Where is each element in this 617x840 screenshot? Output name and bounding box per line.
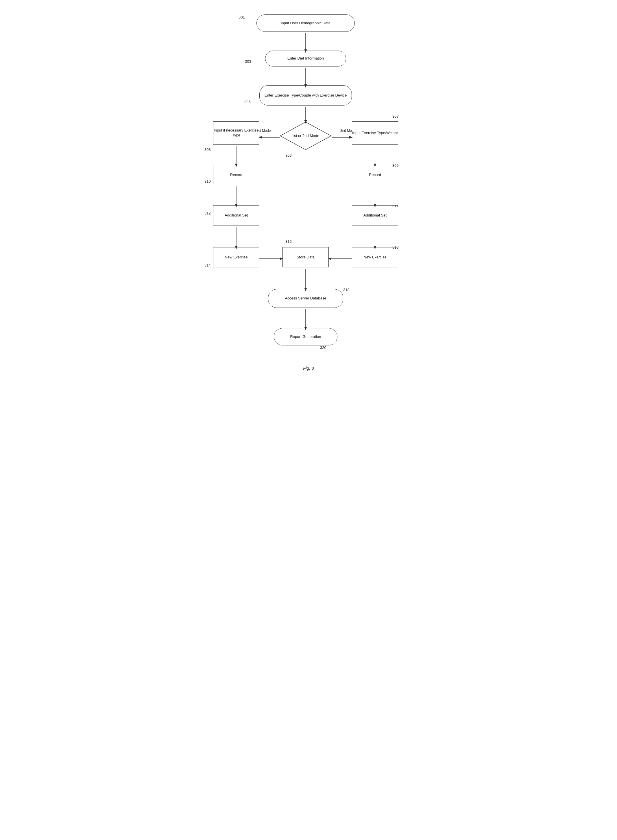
label-310: 310: [204, 179, 211, 184]
node-308: Input if necessary Exercise Type: [213, 121, 259, 144]
node-313: New Exercise: [352, 247, 398, 267]
label-314: 314: [204, 263, 211, 267]
fig-caption: Fig. 3: [303, 365, 314, 390]
node-309: Record: [352, 165, 398, 185]
node-320: Report Generation: [274, 328, 337, 345]
label-309: 309: [392, 163, 399, 168]
node-306: 1st or 2nd Mode: [280, 121, 332, 150]
label-306: 306: [285, 153, 292, 158]
node-314: New Exercise: [213, 247, 259, 267]
label-312: 312: [204, 211, 211, 215]
node-316: Store Data: [282, 247, 329, 267]
node-312: Additional Set: [213, 205, 259, 225]
node-301: Input User Demographic Data: [257, 15, 355, 32]
label-307: 307: [392, 114, 399, 118]
label-318: 318: [343, 287, 350, 292]
node-310: Record: [213, 165, 259, 185]
label-308: 308: [204, 147, 211, 152]
node-307: Input Exercise Type/Weight: [352, 121, 398, 144]
node-303: Enter Diet Information: [265, 50, 346, 66]
label-303: 303: [245, 59, 251, 63]
node-305: Enter Exercise Type/Couple with Exercise…: [259, 85, 352, 106]
label-301: 301: [239, 15, 245, 19]
node-318: Access Server Database: [268, 289, 343, 308]
label-316: 316: [285, 239, 292, 244]
label-305: 305: [244, 100, 251, 104]
label-313: 313: [392, 245, 399, 249]
label-320: 320: [320, 345, 326, 350]
label-311: 311: [392, 204, 399, 208]
node-311: Additional Set: [352, 205, 398, 225]
